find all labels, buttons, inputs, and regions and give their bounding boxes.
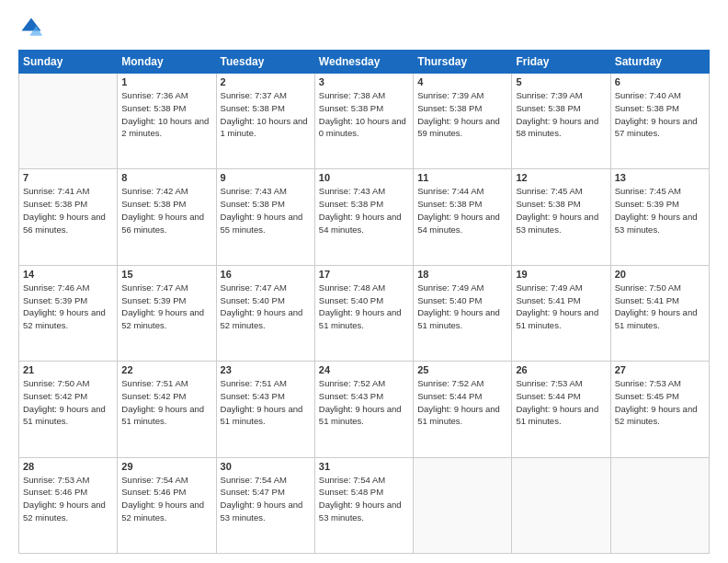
weekday-header-saturday: Saturday xyxy=(610,51,709,74)
calendar-cell: 18Sunrise: 7:49 AM Sunset: 5:40 PM Dayli… xyxy=(414,265,512,361)
calendar-cell: 11Sunrise: 7:44 AM Sunset: 5:38 PM Dayli… xyxy=(414,169,512,265)
calendar-cell: 23Sunrise: 7:51 AM Sunset: 5:43 PM Dayli… xyxy=(216,362,314,457)
weekday-header-sunday: Sunday xyxy=(19,51,118,74)
week-row-2: 7Sunrise: 7:41 AM Sunset: 5:38 PM Daylig… xyxy=(19,169,710,265)
day-number: 24 xyxy=(319,364,409,375)
calendar-cell: 8Sunrise: 7:42 AM Sunset: 5:38 PM Daylig… xyxy=(118,169,216,265)
day-number: 14 xyxy=(23,269,113,280)
day-number: 27 xyxy=(615,364,705,375)
day-info: Sunrise: 7:36 AM Sunset: 5:38 PM Dayligh… xyxy=(121,89,211,140)
day-number: 21 xyxy=(23,364,113,375)
day-info: Sunrise: 7:40 AM Sunset: 5:38 PM Dayligh… xyxy=(615,89,705,140)
day-number: 17 xyxy=(319,269,409,280)
day-info: Sunrise: 7:45 AM Sunset: 5:38 PM Dayligh… xyxy=(516,185,606,236)
weekday-header-thursday: Thursday xyxy=(414,51,512,74)
day-number: 19 xyxy=(516,269,606,280)
page: SundayMondayTuesdayWednesdayThursdayFrid… xyxy=(0,0,728,563)
day-info: Sunrise: 7:50 AM Sunset: 5:42 PM Dayligh… xyxy=(23,377,113,428)
day-info: Sunrise: 7:42 AM Sunset: 5:38 PM Dayligh… xyxy=(121,185,211,236)
calendar-cell: 24Sunrise: 7:52 AM Sunset: 5:43 PM Dayli… xyxy=(314,362,413,457)
day-number: 20 xyxy=(615,269,705,280)
calendar-cell: 28Sunrise: 7:53 AM Sunset: 5:46 PM Dayli… xyxy=(19,457,118,553)
day-number: 16 xyxy=(221,269,311,280)
day-number: 8 xyxy=(121,172,211,183)
calendar-cell: 14Sunrise: 7:46 AM Sunset: 5:39 PM Dayli… xyxy=(19,265,118,361)
calendar-cell: 30Sunrise: 7:54 AM Sunset: 5:47 PM Dayli… xyxy=(216,457,314,553)
day-info: Sunrise: 7:44 AM Sunset: 5:38 PM Dayligh… xyxy=(417,185,507,236)
day-info: Sunrise: 7:41 AM Sunset: 5:38 PM Dayligh… xyxy=(23,185,113,236)
day-info: Sunrise: 7:52 AM Sunset: 5:43 PM Dayligh… xyxy=(319,377,409,428)
calendar-cell: 21Sunrise: 7:50 AM Sunset: 5:42 PM Dayli… xyxy=(19,362,118,457)
calendar-cell: 19Sunrise: 7:49 AM Sunset: 5:41 PM Dayli… xyxy=(512,265,610,361)
day-number: 11 xyxy=(417,172,507,183)
week-row-3: 14Sunrise: 7:46 AM Sunset: 5:39 PM Dayli… xyxy=(19,265,710,361)
day-number: 31 xyxy=(319,461,409,472)
day-info: Sunrise: 7:47 AM Sunset: 5:39 PM Dayligh… xyxy=(121,282,211,332)
calendar-cell: 5Sunrise: 7:39 AM Sunset: 5:38 PM Daylig… xyxy=(512,74,610,169)
day-info: Sunrise: 7:49 AM Sunset: 5:41 PM Dayligh… xyxy=(516,282,606,332)
day-number: 2 xyxy=(221,76,311,87)
day-number: 25 xyxy=(417,364,507,375)
calendar-cell: 7Sunrise: 7:41 AM Sunset: 5:38 PM Daylig… xyxy=(19,169,118,265)
day-info: Sunrise: 7:45 AM Sunset: 5:39 PM Dayligh… xyxy=(615,185,705,236)
calendar-cell: 29Sunrise: 7:54 AM Sunset: 5:46 PM Dayli… xyxy=(118,457,216,553)
calendar-cell xyxy=(414,457,512,553)
calendar-cell: 3Sunrise: 7:38 AM Sunset: 5:38 PM Daylig… xyxy=(314,74,413,169)
calendar-cell: 10Sunrise: 7:43 AM Sunset: 5:38 PM Dayli… xyxy=(314,169,413,265)
day-number: 26 xyxy=(516,364,606,375)
day-number: 7 xyxy=(23,172,113,183)
calendar-table: SundayMondayTuesdayWednesdayThursdayFrid… xyxy=(18,50,710,554)
calendar-cell: 16Sunrise: 7:47 AM Sunset: 5:40 PM Dayli… xyxy=(216,265,314,361)
day-info: Sunrise: 7:43 AM Sunset: 5:38 PM Dayligh… xyxy=(221,185,311,236)
calendar-cell xyxy=(610,457,709,553)
day-number: 30 xyxy=(221,461,311,472)
weekday-header-wednesday: Wednesday xyxy=(314,51,413,74)
day-info: Sunrise: 7:53 AM Sunset: 5:45 PM Dayligh… xyxy=(615,377,705,428)
day-info: Sunrise: 7:50 AM Sunset: 5:41 PM Dayligh… xyxy=(615,282,705,332)
day-number: 9 xyxy=(221,172,311,183)
day-info: Sunrise: 7:54 AM Sunset: 5:47 PM Dayligh… xyxy=(221,474,311,524)
calendar-cell: 22Sunrise: 7:51 AM Sunset: 5:42 PM Dayli… xyxy=(118,362,216,457)
day-number: 10 xyxy=(319,172,409,183)
day-info: Sunrise: 7:39 AM Sunset: 5:38 PM Dayligh… xyxy=(417,89,507,140)
calendar-cell: 31Sunrise: 7:54 AM Sunset: 5:48 PM Dayli… xyxy=(314,457,413,553)
day-number: 13 xyxy=(615,172,705,183)
day-number: 28 xyxy=(23,461,113,472)
calendar-cell xyxy=(512,457,610,553)
day-info: Sunrise: 7:52 AM Sunset: 5:44 PM Dayligh… xyxy=(417,377,507,428)
day-number: 22 xyxy=(121,364,211,375)
calendar-cell: 9Sunrise: 7:43 AM Sunset: 5:38 PM Daylig… xyxy=(216,169,314,265)
week-row-5: 28Sunrise: 7:53 AM Sunset: 5:46 PM Dayli… xyxy=(19,457,710,553)
calendar-cell: 26Sunrise: 7:53 AM Sunset: 5:44 PM Dayli… xyxy=(512,362,610,457)
logo-icon xyxy=(18,15,44,40)
weekday-header-row: SundayMondayTuesdayWednesdayThursdayFrid… xyxy=(19,51,710,74)
day-number: 15 xyxy=(121,269,211,280)
day-number: 6 xyxy=(615,76,705,87)
calendar-cell: 27Sunrise: 7:53 AM Sunset: 5:45 PM Dayli… xyxy=(610,362,709,457)
day-info: Sunrise: 7:48 AM Sunset: 5:40 PM Dayligh… xyxy=(319,282,409,332)
weekday-header-friday: Friday xyxy=(512,51,610,74)
day-info: Sunrise: 7:53 AM Sunset: 5:44 PM Dayligh… xyxy=(516,377,606,428)
day-info: Sunrise: 7:37 AM Sunset: 5:38 PM Dayligh… xyxy=(221,89,311,140)
day-info: Sunrise: 7:49 AM Sunset: 5:40 PM Dayligh… xyxy=(417,282,507,332)
day-number: 29 xyxy=(121,461,211,472)
day-number: 23 xyxy=(221,364,311,375)
day-info: Sunrise: 7:51 AM Sunset: 5:42 PM Dayligh… xyxy=(121,377,211,428)
day-number: 1 xyxy=(121,76,211,87)
calendar-cell: 20Sunrise: 7:50 AM Sunset: 5:41 PM Dayli… xyxy=(610,265,709,361)
day-number: 5 xyxy=(516,76,606,87)
day-info: Sunrise: 7:46 AM Sunset: 5:39 PM Dayligh… xyxy=(23,282,113,332)
calendar-cell: 25Sunrise: 7:52 AM Sunset: 5:44 PM Dayli… xyxy=(414,362,512,457)
day-number: 18 xyxy=(417,269,507,280)
header xyxy=(18,15,710,40)
day-info: Sunrise: 7:43 AM Sunset: 5:38 PM Dayligh… xyxy=(319,185,409,236)
day-info: Sunrise: 7:54 AM Sunset: 5:46 PM Dayligh… xyxy=(121,474,211,524)
calendar-cell: 4Sunrise: 7:39 AM Sunset: 5:38 PM Daylig… xyxy=(414,74,512,169)
day-info: Sunrise: 7:54 AM Sunset: 5:48 PM Dayligh… xyxy=(319,474,409,524)
calendar-cell: 12Sunrise: 7:45 AM Sunset: 5:38 PM Dayli… xyxy=(512,169,610,265)
day-number: 4 xyxy=(417,76,507,87)
calendar-cell: 15Sunrise: 7:47 AM Sunset: 5:39 PM Dayli… xyxy=(118,265,216,361)
calendar-cell: 6Sunrise: 7:40 AM Sunset: 5:38 PM Daylig… xyxy=(610,74,709,169)
week-row-1: 1Sunrise: 7:36 AM Sunset: 5:38 PM Daylig… xyxy=(19,74,710,169)
day-info: Sunrise: 7:53 AM Sunset: 5:46 PM Dayligh… xyxy=(23,474,113,524)
